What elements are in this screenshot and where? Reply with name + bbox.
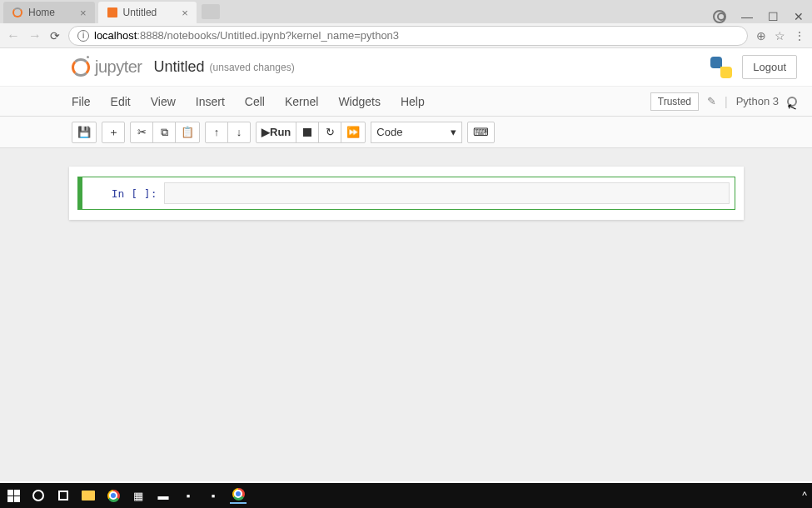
input-prompt: In [ ]:	[87, 187, 164, 200]
app-icon[interactable]: ▦	[130, 487, 147, 504]
tab-title: Untitled	[123, 7, 157, 18]
browser-tab-notebook[interactable]: Untitled ×	[98, 2, 197, 23]
address-bar: ← → ⟳ i localhost:8888/notebooks/Untitle…	[0, 23, 812, 48]
menu-cell[interactable]: Cell	[245, 95, 265, 108]
taskbar: ▦ ▬ ▪ ▪ ^	[0, 483, 812, 508]
file-explorer-icon[interactable]	[80, 487, 97, 504]
notebook-title[interactable]: Untitled	[154, 58, 205, 76]
code-input[interactable]	[164, 182, 730, 204]
menu-insert[interactable]: Insert	[196, 95, 225, 108]
menu-edit[interactable]: Edit	[111, 95, 131, 108]
tab-title: Home	[28, 7, 55, 18]
terminal-icon[interactable]: ▪	[205, 487, 222, 504]
move-up-button[interactable]: ↑	[205, 122, 228, 143]
add-cell-button[interactable]: ＋	[102, 122, 125, 143]
close-icon[interactable]: ×	[182, 7, 188, 19]
url-path: :8888/notebooks/Untitled.ipynb?kernel_na…	[137, 29, 399, 42]
terminal-icon[interactable]: ▪	[180, 487, 197, 504]
new-tab-button[interactable]	[202, 4, 220, 19]
trusted-badge[interactable]: Trusted	[650, 92, 699, 111]
menu-file[interactable]: File	[72, 95, 91, 108]
edit-icon[interactable]: ✎	[707, 95, 716, 107]
command-palette-button[interactable]: ⌨	[467, 122, 495, 143]
python-logo-icon	[710, 57, 732, 78]
jupyter-logo-text: jupyter	[95, 57, 142, 77]
menu-kernel[interactable]: Kernel	[285, 95, 318, 108]
copy-button[interactable]: ⧉	[152, 122, 176, 143]
maximize-icon[interactable]: ☐	[768, 10, 779, 23]
chrome-taskbar-icon[interactable]	[105, 487, 122, 504]
back-icon[interactable]: ←	[7, 28, 20, 43]
start-button[interactable]	[5, 487, 22, 504]
stop-icon	[303, 128, 311, 137]
separator: |	[725, 95, 728, 108]
cortana-icon[interactable]	[30, 487, 47, 504]
url-input[interactable]: i localhost:8888/notebooks/Untitled.ipyn…	[68, 26, 748, 46]
minimize-icon[interactable]: —	[741, 10, 753, 23]
site-info-icon[interactable]: i	[77, 30, 89, 42]
bookmark-icon[interactable]: ☆	[775, 29, 785, 42]
paste-button[interactable]: 📋	[175, 122, 200, 143]
notebook-container: In [ ]:	[69, 167, 744, 220]
save-button[interactable]: 💾	[72, 122, 97, 143]
menu-icon[interactable]: ⋮	[794, 29, 805, 42]
task-view-icon[interactable]	[55, 487, 72, 504]
zoom-icon[interactable]: ⊕	[756, 29, 766, 42]
forward-icon[interactable]: →	[28, 28, 42, 43]
menu-bar: File Edit View Insert Cell Kernel Widget…	[0, 87, 812, 117]
logout-button[interactable]: Logout	[742, 55, 797, 79]
kernel-name[interactable]: Python 3	[736, 95, 779, 107]
jupyter-logo[interactable]: jupyter	[72, 57, 142, 77]
run-label: Run	[270, 126, 291, 138]
cell-type-select[interactable]: Code ▾	[371, 122, 462, 143]
reload-icon[interactable]: ⟳	[50, 29, 60, 42]
run-button[interactable]: ▶ Run	[256, 122, 296, 143]
browser-tab-home[interactable]: Home ×	[3, 2, 95, 23]
restart-button[interactable]: ↻	[318, 122, 341, 143]
jupyter-logo-icon	[72, 58, 90, 77]
tray-expand-icon[interactable]: ^	[802, 490, 807, 501]
close-window-icon[interactable]: ✕	[794, 10, 804, 23]
url-host: localhost	[94, 29, 137, 42]
chrome-active-icon[interactable]	[230, 487, 247, 504]
menu-widgets[interactable]: Widgets	[338, 95, 381, 108]
notebook-header: jupyter Untitled (unsaved changes) Logou…	[0, 48, 812, 87]
window-controls: — ☐ ✕	[713, 10, 812, 23]
menu-help[interactable]: Help	[401, 95, 425, 108]
notebook-favicon-icon	[107, 7, 118, 18]
move-down-button[interactable]: ↓	[227, 122, 251, 143]
cell-type-value: Code	[376, 126, 402, 138]
toolbar: 💾 ＋ ✂ ⧉ 📋 ↑ ↓ ▶ Run ↻ ⏩ Code ▾ ⌨	[0, 117, 812, 148]
close-icon[interactable]: ×	[80, 7, 87, 19]
browser-tab-strip: Home × Untitled × — ☐ ✕	[0, 0, 812, 23]
save-status: (unsaved changes)	[210, 62, 295, 73]
chevron-down-icon: ▾	[451, 126, 456, 138]
interrupt-button[interactable]	[296, 122, 319, 143]
jupyter-favicon-icon	[12, 7, 23, 18]
code-cell[interactable]: In [ ]:	[77, 177, 735, 210]
cut-button[interactable]: ✂	[130, 122, 153, 143]
notebook-area: In [ ]:	[0, 148, 812, 481]
restart-run-all-button[interactable]: ⏩	[341, 122, 366, 143]
menu-view[interactable]: View	[151, 95, 176, 108]
user-icon[interactable]	[713, 10, 726, 23]
app-icon[interactable]: ▬	[155, 487, 172, 504]
